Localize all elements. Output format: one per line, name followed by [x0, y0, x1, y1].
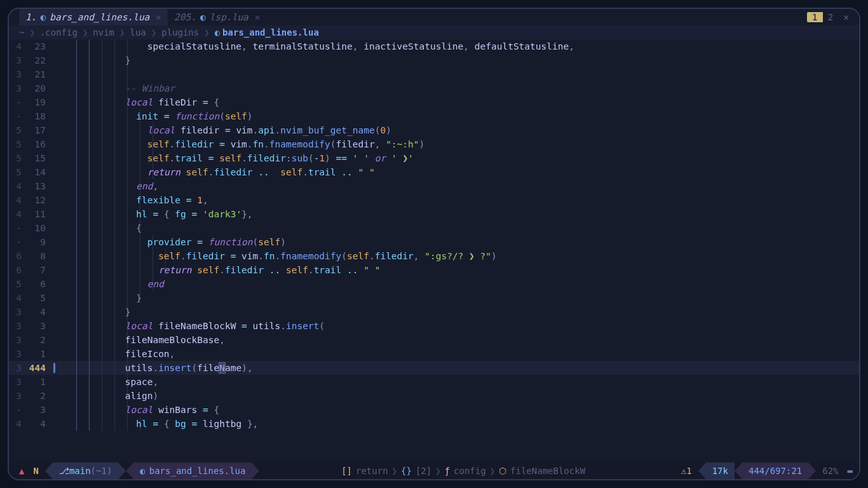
line-number: 6	[25, 277, 52, 291]
line-number: 2	[25, 389, 52, 403]
breadcrumb-file[interactable]: ◐bars_and_lines.lua	[215, 27, 319, 37]
line-number: 13	[25, 179, 52, 193]
fold-column[interactable]: 3	[9, 81, 25, 95]
warning-icon: ⚠	[681, 466, 686, 476]
fold-column[interactable]: -	[9, 109, 25, 123]
code-line[interactable]: 32 align)	[9, 389, 859, 403]
code-line[interactable]: 33 local fileNameBlockW = utils.insert(	[9, 319, 859, 333]
fold-column[interactable]: 5	[9, 137, 25, 151]
code-line[interactable]: -3 local winBars = {	[9, 403, 859, 417]
fold-column[interactable]: 5	[9, 165, 25, 179]
code-line[interactable]: 320 -- Winbar	[9, 81, 859, 95]
sign-column	[52, 207, 58, 221]
line-number: 3	[25, 403, 52, 417]
fold-column[interactable]: 3	[9, 375, 25, 389]
sign-column	[52, 137, 58, 151]
breadcrumb-segment[interactable]: lua	[130, 27, 146, 37]
code-editor[interactable]: 423 specialStatusline, terminalStatuslin…	[9, 39, 859, 463]
line-number: 12	[25, 193, 52, 207]
code-line[interactable]: 68 self.filedir = vim.fn.fnamemodify(sel…	[9, 249, 859, 263]
line-number: 4	[25, 305, 52, 319]
code-line[interactable]: -10 {	[9, 221, 859, 235]
sign-column	[52, 375, 58, 389]
code-line[interactable]: 516 self.filedir = vim.fn.fnamemodify(fi…	[9, 137, 859, 151]
code-line[interactable]: 34 }	[9, 305, 859, 319]
fold-column[interactable]: 3	[9, 305, 25, 319]
chevron-right-icon: ❯	[29, 27, 34, 37]
fold-column[interactable]: 3	[9, 347, 25, 361]
tabpage-close-icon[interactable]: ✕	[838, 12, 854, 22]
fold-column[interactable]: 4	[9, 39, 25, 53]
code-line[interactable]: 517 local filedir = vim.api.nvim_buf_get…	[9, 123, 859, 137]
code-context-breadcrumb[interactable]: [] return ❯ {} [2] ❯ ƒ config ❯ ⬡ fileNa…	[259, 463, 667, 479]
fold-column[interactable]: -	[9, 95, 25, 109]
code-line[interactable]: 411 hl = { fg = 'dark3'},	[9, 207, 859, 221]
diagnostics-warnings[interactable]: ⚠ 1	[675, 463, 698, 479]
fold-column[interactable]: 4	[9, 417, 25, 431]
fold-column[interactable]: 4	[9, 291, 25, 305]
code-line[interactable]: 322 }	[9, 53, 859, 67]
line-number: 19	[25, 95, 52, 109]
fold-column[interactable]: 6	[9, 249, 25, 263]
sign-column	[52, 403, 58, 417]
vim-mode-indicator: N	[27, 463, 44, 479]
fold-column[interactable]: 3	[9, 361, 25, 375]
word-count: 17k	[706, 463, 735, 479]
breadcrumb-segment[interactable]: ~	[19, 27, 24, 37]
fold-column[interactable]: 5	[9, 151, 25, 165]
code-line[interactable]: 45 }	[9, 291, 859, 305]
code-line[interactable]: 515 self.trail = self.filedir:sub(-1) ==…	[9, 151, 859, 165]
fold-column[interactable]: -	[9, 403, 25, 417]
code-line[interactable]: 321	[9, 67, 859, 81]
fold-column[interactable]: 3	[9, 389, 25, 403]
code-line[interactable]: 31 space,	[9, 375, 859, 389]
line-number: 22	[25, 53, 52, 67]
fold-column[interactable]: 4	[9, 179, 25, 193]
code-line[interactable]: 32 fileNameBlockBase,	[9, 333, 859, 347]
sign-column	[52, 95, 58, 109]
fold-column[interactable]: -	[9, 235, 25, 249]
code-line[interactable]: 31 fileIcon,	[9, 347, 859, 361]
code-line[interactable]: -18 init = function(self)	[9, 109, 859, 123]
fold-column[interactable]: 4	[9, 193, 25, 207]
git-change-marker	[53, 363, 55, 373]
line-number: 10	[25, 221, 52, 235]
fold-column[interactable]: 5	[9, 123, 25, 137]
fold-column[interactable]: 4	[9, 207, 25, 221]
fold-column[interactable]: -	[9, 221, 25, 235]
close-icon[interactable]: ✕	[156, 12, 161, 22]
line-number: 14	[25, 165, 52, 179]
breadcrumb-segment[interactable]: plugins	[161, 27, 199, 37]
code-line[interactable]: 56 end	[9, 277, 859, 291]
cursor-position: 444/697:21	[742, 463, 808, 479]
fold-column[interactable]: 6	[9, 263, 25, 277]
fold-column[interactable]: 5	[9, 277, 25, 291]
fold-column[interactable]: 3	[9, 53, 25, 67]
code-line[interactable]: 44 hl = { bg = lightbg },	[9, 417, 859, 431]
fold-column[interactable]: 3	[9, 333, 25, 347]
line-number: 8	[25, 249, 52, 263]
branch-icon: ⎇	[59, 466, 69, 476]
code-line[interactable]: -9 provider = function(self)	[9, 235, 859, 249]
chevron-right-icon: ❯	[119, 27, 125, 37]
code-line[interactable]: 413 end,	[9, 179, 859, 193]
tab-page-indicator[interactable]: 12✕	[807, 9, 859, 25]
tab[interactable]: 205.◐lsp.lua✕	[168, 9, 267, 25]
fold-column[interactable]: 3	[9, 319, 25, 333]
editor-window: 1.◐bars_and_lines.lua✕205.◐lsp.lua✕12✕ ~…	[8, 8, 860, 480]
code-line[interactable]: 423 specialStatusline, terminalStatuslin…	[9, 39, 859, 53]
code-line[interactable]: 67 return self.filedir .. self.trail .. …	[9, 263, 859, 277]
sign-column	[52, 151, 58, 165]
code-line[interactable]: -19 local fileDir = {	[9, 95, 859, 109]
code-line[interactable]: 3444 utils.insert(fileName),	[9, 361, 859, 375]
close-icon[interactable]: ✕	[255, 12, 261, 22]
git-branch[interactable]: ⎇ main(~1)	[53, 463, 118, 479]
code-line[interactable]: 514 return self.filedir .. self.trail ..…	[9, 165, 859, 179]
breadcrumb-segment[interactable]: .config	[40, 27, 78, 37]
fold-column[interactable]: 3	[9, 67, 25, 81]
status-filename[interactable]: ◐bars_and_lines.lua	[133, 463, 252, 479]
tab[interactable]: 1.◐bars_and_lines.lua✕	[19, 9, 168, 25]
cursor: N	[219, 363, 225, 373]
code-line[interactable]: 412 flexible = 1,	[9, 193, 859, 207]
breadcrumb-segment[interactable]: nvim	[93, 27, 114, 37]
